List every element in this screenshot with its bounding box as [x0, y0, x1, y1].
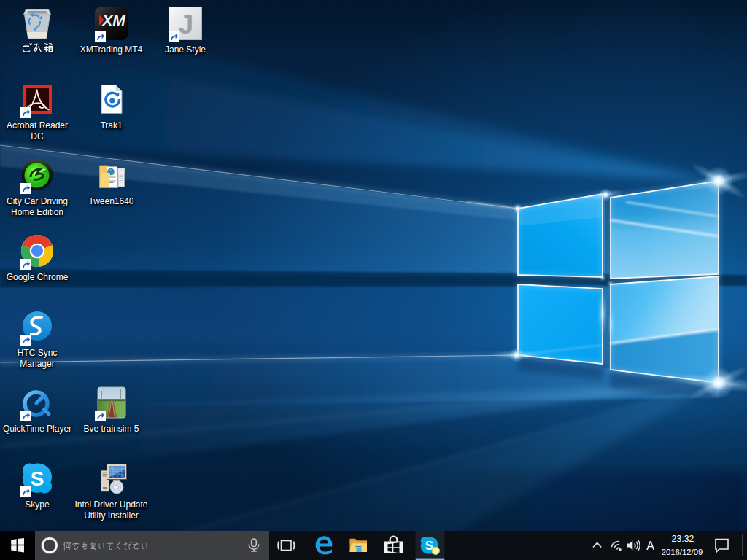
svg-text:J: J [179, 9, 194, 39]
svg-text:S: S [31, 467, 44, 490]
svg-text:XM: XM [101, 11, 125, 28]
svg-text:A: A [646, 540, 654, 552]
svg-text:23:32: 23:32 [672, 534, 694, 544]
svg-text:2016/12/09: 2016/12/09 [662, 548, 703, 556]
